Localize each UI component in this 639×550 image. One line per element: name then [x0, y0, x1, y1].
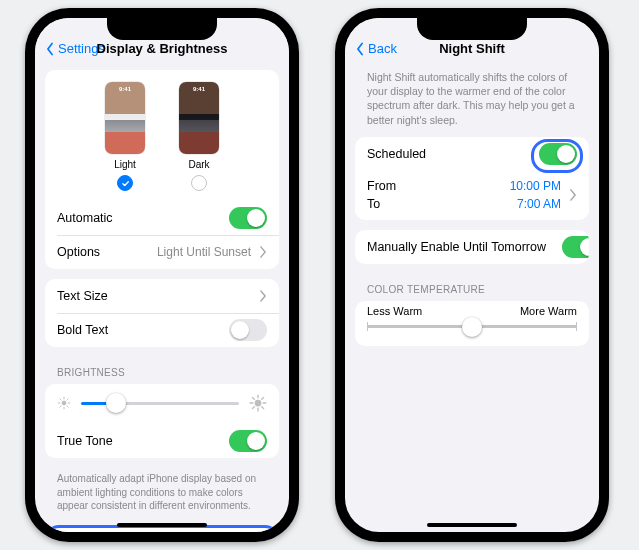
svg-line-14 [252, 397, 254, 399]
chevron-right-icon [259, 246, 267, 258]
row-options[interactable]: Options Light Until Sunset [45, 235, 279, 269]
to-label: To [367, 195, 380, 214]
options-label: Options [57, 245, 100, 259]
row-night-shift[interactable]: Night Shift 10:00 PM to 7:00 AM [48, 528, 276, 533]
phone-display-brightness: Settings Display & Brightness 9:41 Light [25, 8, 299, 542]
svg-line-15 [262, 407, 264, 409]
row-bold-text: Bold Text [45, 313, 279, 347]
brightness-group: True Tone [45, 384, 279, 458]
row-text-size[interactable]: Text Size [45, 279, 279, 313]
slider-knob[interactable] [106, 393, 126, 413]
row-true-tone: True Tone [45, 424, 279, 458]
automatic-toggle[interactable] [229, 207, 267, 229]
phone-night-shift: Back Night Shift Night Shift automatical… [335, 8, 609, 542]
scheduled-toggle[interactable] [539, 143, 577, 165]
home-indicator[interactable] [427, 523, 517, 527]
sun-min-icon [57, 396, 71, 410]
true-tone-footnote: Automatically adapt iPhone display based… [45, 468, 279, 513]
back-label: Back [368, 41, 397, 56]
slider-knob[interactable] [462, 317, 482, 337]
radio-unchecked-icon [191, 175, 207, 191]
radio-checked-icon [117, 175, 133, 191]
automatic-label: Automatic [57, 211, 113, 225]
intro-text: Night Shift automatically shifts the col… [355, 60, 589, 127]
from-label: From [367, 177, 396, 196]
text-size-label: Text Size [57, 289, 108, 303]
svg-line-5 [60, 399, 61, 400]
row-brightness-slider [45, 384, 279, 424]
back-label: Settings [58, 41, 105, 56]
to-value: 7:00 AM [517, 195, 561, 214]
bold-text-toggle[interactable] [229, 319, 267, 341]
svg-line-17 [262, 397, 264, 399]
chevron-left-icon [353, 42, 367, 56]
row-automatic: Automatic [45, 201, 279, 235]
sun-max-icon [249, 394, 267, 412]
row-manual-enable: Manually Enable Until Tomorrow [355, 230, 589, 264]
svg-point-9 [255, 400, 262, 407]
text-group: Text Size Bold Text [45, 279, 279, 347]
back-button[interactable]: Back [353, 41, 397, 56]
true-tone-label: True Tone [57, 434, 113, 448]
brightness-header: BRIGHTNESS [45, 357, 279, 382]
appearance-thumbnail-light: 9:41 [105, 82, 145, 154]
appearance-label-light: Light [114, 159, 136, 170]
appearance-thumbnail-dark: 9:41 [179, 82, 219, 154]
schedule-group: Scheduled From 10:00 PM To [355, 137, 589, 221]
true-tone-toggle[interactable] [229, 430, 267, 452]
back-button[interactable]: Settings [43, 41, 105, 56]
from-value: 10:00 PM [510, 177, 561, 196]
manual-label: Manually Enable Until Tomorrow [367, 240, 546, 254]
appearance-group: 9:41 Light 9:41 Dark Au [45, 70, 279, 269]
brightness-slider[interactable] [81, 402, 239, 405]
appearance-option-dark[interactable]: 9:41 Dark [179, 82, 219, 191]
home-indicator[interactable] [117, 523, 207, 527]
bold-text-label: Bold Text [57, 323, 108, 337]
row-scheduled: Scheduled [355, 137, 589, 171]
color-temp-group: Less Warm More Warm [355, 301, 589, 346]
options-value: Light Until Sunset [157, 245, 251, 259]
chevron-left-icon [43, 42, 57, 56]
row-schedule-times[interactable]: From 10:00 PM To 7:00 AM [355, 171, 589, 221]
svg-line-8 [67, 399, 68, 400]
color-temp-header: COLOR TEMPERATURE [355, 274, 589, 299]
color-temp-slider[interactable] [367, 325, 577, 328]
more-warm-label: More Warm [520, 305, 577, 317]
manual-toggle[interactable] [562, 236, 589, 258]
appearance-label-dark: Dark [188, 159, 209, 170]
chevron-right-icon [569, 189, 577, 201]
svg-point-0 [62, 401, 67, 406]
svg-line-16 [252, 407, 254, 409]
svg-line-7 [60, 406, 61, 407]
chevron-right-icon [259, 290, 267, 302]
manual-group: Manually Enable Until Tomorrow [355, 230, 589, 264]
notch [107, 18, 217, 40]
scheduled-label: Scheduled [367, 147, 426, 161]
less-warm-label: Less Warm [367, 305, 422, 317]
appearance-option-light[interactable]: 9:41 Light [105, 82, 145, 191]
svg-line-6 [67, 406, 68, 407]
notch [417, 18, 527, 40]
